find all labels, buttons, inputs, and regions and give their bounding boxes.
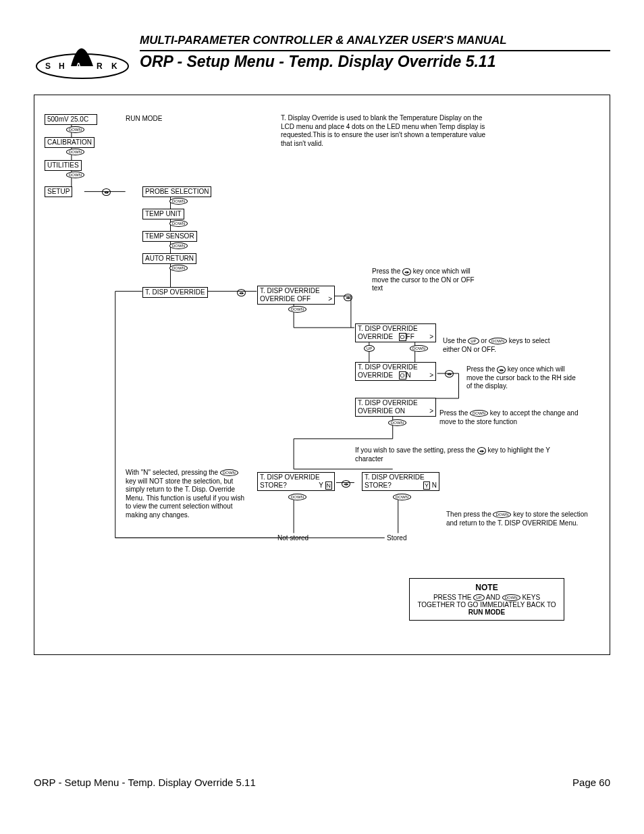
- down-key-icon: DOWN: [66, 126, 84, 133]
- down-key-icon: DOWN: [470, 410, 488, 417]
- down-key-icon: DOWN: [502, 594, 520, 601]
- screen-line2: OVERRIDE OFF>: [260, 295, 332, 303]
- down-key-icon: DOWN: [169, 198, 188, 205]
- svg-text:R: R: [97, 61, 103, 71]
- save-setting-text: If you wish to save the setting, press t…: [355, 446, 551, 463]
- flow-diagram: 500mV 25.0C RUN MODE DOWN CALIBRATION DO…: [34, 95, 610, 655]
- down-key-icon: DOWN: [169, 265, 188, 271]
- auto-return-box: AUTO RETURN: [142, 253, 196, 264]
- run-display-box: 500mV 25.0C: [45, 114, 97, 125]
- shark-logo: S H A R K: [34, 34, 132, 81]
- screen-line2: STORE?Y N: [365, 481, 437, 490]
- down-key-icon: DOWN: [493, 511, 511, 518]
- down-key-icon: DOWN: [410, 345, 428, 352]
- down-key-icon: DOWN: [220, 469, 238, 476]
- lr-key-icon: ◂ ▸: [237, 289, 246, 296]
- down-key-icon: DOWN: [169, 242, 188, 249]
- note-title: NOTE: [417, 583, 557, 592]
- screen-line1: T. DISP OVERRIDE: [260, 287, 332, 295]
- note-line2: TOGETHER TO GO IMMEDIATELY BACK TO: [417, 601, 557, 608]
- down-key-icon: DOWN: [288, 306, 306, 313]
- down-key-icon: DOWN: [169, 220, 188, 227]
- manual-title: MULTI-PARAMETER CONTROLLER & ANALYZER US…: [140, 34, 610, 51]
- down-key-icon: DOWN: [489, 338, 507, 344]
- lr-key-icon: ◂ ▸: [402, 268, 411, 276]
- svg-text:K: K: [111, 61, 117, 71]
- svg-text:A: A: [76, 61, 82, 71]
- press-down-accept-text: Press the DOWN key to accept the change …: [439, 409, 581, 426]
- down-key-icon: DOWN: [66, 149, 84, 155]
- note-line1: PRESS THE UP AND DOWN KEYS: [417, 594, 557, 601]
- override-on-final-screen: T. DISP OVERRIDE OVERRIDE ON>: [355, 398, 436, 417]
- override-off-cursor-screen: T. DISP OVERRIDE OVERRIDE OFF>: [355, 323, 436, 342]
- temp-sensor-box: TEMP SENSOR: [142, 231, 197, 242]
- screen-line2: STORE?Y N: [260, 481, 332, 490]
- lr-key-icon: ◂ ▸: [477, 447, 486, 454]
- temp-unit-box: TEMP UNIT: [142, 209, 184, 219]
- override-off-screen: T. DISP OVERRIDE OVERRIDE OFF>: [257, 286, 335, 305]
- press-lr-back-text: Press the ◂ ▸ key once which will move t…: [466, 365, 581, 391]
- note-line3: RUN MODE: [417, 608, 557, 616]
- override-on-cursor-screen: T. DISP OVERRIDE OVERRIDE ON>: [355, 362, 436, 381]
- press-lr-text: Press the ◂ ▸ key once which will move t…: [372, 267, 487, 293]
- screen-line1: T. DISP OVERRIDE: [365, 473, 437, 481]
- lr-key-icon: ◂ ▸: [445, 370, 454, 377]
- page-title: ORP - Setup Menu - Temp. Display Overrid…: [140, 53, 610, 71]
- screen-line2: OVERRIDE ON>: [358, 407, 433, 415]
- down-key-icon: DOWN: [393, 494, 411, 500]
- svg-text:H: H: [59, 61, 65, 71]
- screen-line1: T. DISP OVERRIDE: [358, 325, 433, 333]
- not-stored-label: Not stored: [277, 534, 308, 542]
- stored-label: Stored: [387, 534, 406, 542]
- use-updown-text: Use the UP or DOWN keys to select either…: [443, 337, 564, 354]
- up-key-icon: UP: [468, 338, 479, 344]
- utilities-box: UTILITIES: [45, 160, 82, 171]
- lr-key-icon: ◂ ▸: [497, 366, 506, 373]
- screen-line2: OVERRIDE ON>: [358, 371, 433, 380]
- footer-left: ORP - Setup Menu - Temp. Display Overrid…: [34, 777, 256, 788]
- store-n-screen: T. DISP OVERRIDE STORE?Y N: [257, 472, 335, 491]
- main-description: T. Display Override is used to blank the…: [281, 114, 497, 148]
- lr-key-icon: ◂ ▸: [342, 480, 350, 488]
- calibration-box: CALIBRATION: [45, 137, 95, 148]
- setup-box: SETUP: [45, 186, 72, 197]
- t-disp-override-box: T. DISP OVERRIDE: [142, 287, 208, 298]
- screen-line1: T. DISP OVERRIDE: [358, 399, 433, 407]
- then-down-text: Then press the DOWN key to store the sel…: [446, 511, 588, 527]
- n-selected-text: With "N" selected, pressing the DOWN key…: [126, 469, 247, 519]
- page-footer: ORP - Setup Menu - Temp. Display Overrid…: [34, 777, 610, 788]
- note-box: NOTE PRESS THE UP AND DOWN KEYS TOGETHER…: [409, 578, 564, 621]
- svg-text:S: S: [45, 61, 51, 71]
- probe-selection-box: PROBE SELECTION: [142, 186, 211, 197]
- store-y-screen: T. DISP OVERRIDE STORE?Y N: [362, 472, 439, 491]
- footer-right: Page 60: [572, 777, 610, 788]
- lr-key-icon: ◂ ▸: [344, 294, 352, 301]
- screen-line1: T. DISP OVERRIDE: [358, 363, 433, 371]
- screen-line1: T. DISP OVERRIDE: [260, 473, 332, 481]
- up-key-icon: UP: [364, 345, 375, 352]
- lr-key-icon: ◂ ▸: [102, 188, 111, 196]
- down-key-icon: DOWN: [388, 419, 406, 426]
- page-header: S H A R K MULTI-PARAMETER CONTROLLER & A…: [34, 34, 610, 81]
- down-key-icon: DOWN: [288, 494, 306, 500]
- screen-line2: OVERRIDE OFF>: [358, 333, 433, 341]
- down-key-icon: DOWN: [66, 172, 84, 178]
- run-mode-label: RUN MODE: [126, 115, 162, 122]
- up-key-icon: UP: [473, 594, 484, 601]
